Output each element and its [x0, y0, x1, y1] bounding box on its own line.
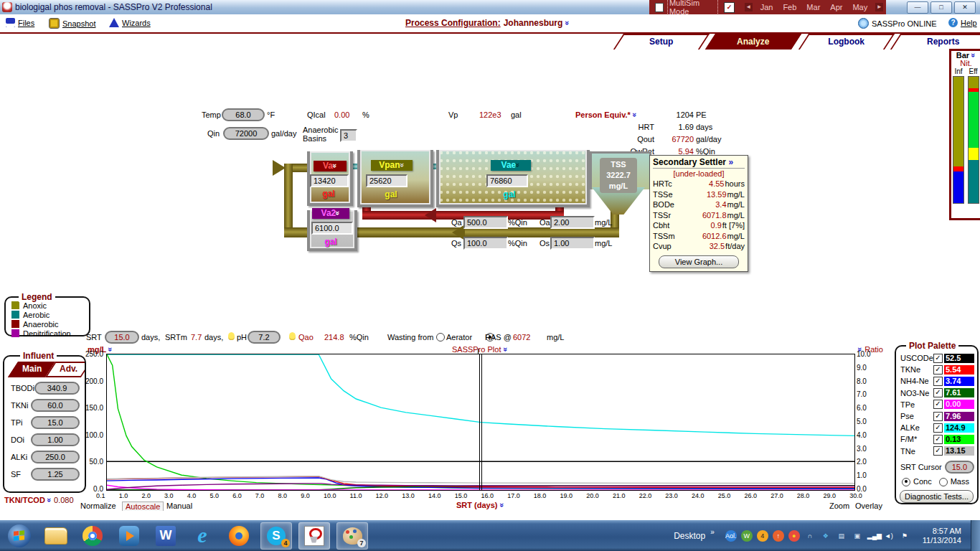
show-desktop-button[interactable]: [971, 520, 980, 551]
influent-field-input[interactable]: 250.0: [31, 451, 80, 463]
taskbar-chrome[interactable]: [77, 523, 108, 549]
plot-x-axis-dropdown[interactable]: SRT (days) »: [456, 501, 504, 509]
taskbar-sasspro[interactable]: [298, 522, 330, 550]
palette-checkbox[interactable]: ✓: [933, 435, 943, 444]
tray-icon[interactable]: ⚑: [899, 530, 910, 542]
influent-field-input[interactable]: 15.0: [31, 416, 80, 429]
palette-checkbox[interactable]: ✓: [933, 388, 943, 397]
aerator-radio[interactable]: [436, 333, 445, 342]
zoom-button[interactable]: Zoom: [829, 501, 849, 510]
tray-icon[interactable]: ●: [788, 530, 800, 542]
palette-checkbox[interactable]: ✓: [933, 412, 943, 421]
ph-field[interactable]: 7.2: [248, 331, 281, 344]
online-link[interactable]: SASSPro ONLINE: [858, 18, 936, 29]
tab-reports[interactable]: Reports: [890, 34, 980, 50]
settler-panel-title[interactable]: Secondary Settler »: [653, 157, 745, 169]
influent-field-input[interactable]: 1.00: [31, 433, 80, 446]
taskbar-explorer[interactable]: [41, 523, 71, 549]
tank-vpan-volume-field[interactable]: 25620: [366, 174, 407, 187]
srt-cursor-nub[interactable]: [478, 349, 479, 354]
diagnostic-tests-button[interactable]: Diagnostic Tests...: [900, 490, 974, 503]
qs-field[interactable]: 100.0: [463, 237, 508, 250]
month-item[interactable]: Apr: [830, 3, 842, 11]
tray-icon[interactable]: ▣: [852, 530, 863, 542]
tray-icon[interactable]: ❖: [820, 530, 831, 542]
plot-title-dropdown[interactable]: SASSPro Plot »: [452, 345, 508, 354]
desktop-toolbar[interactable]: Desktop: [674, 531, 705, 541]
month-prev-icon[interactable]: ◄: [745, 3, 753, 11]
month-item[interactable]: May: [852, 3, 867, 11]
tank-va2-label[interactable]: Va2»: [312, 208, 349, 219]
chevron-right-icon: »: [728, 157, 733, 167]
help-menu[interactable]: ? Help: [948, 18, 977, 27]
menu-wizards[interactable]: Wizards: [109, 18, 151, 27]
anaerobic-basins-stepper[interactable]: 3: [340, 129, 357, 142]
tray-icon[interactable]: ▂▄▆: [867, 530, 879, 542]
srt-cursor-field[interactable]: 15.0: [945, 461, 974, 474]
tab-setup[interactable]: Setup: [613, 34, 710, 50]
tray-icon[interactable]: ↑: [773, 530, 784, 542]
tray-icon[interactable]: 4: [757, 530, 768, 542]
normalize-button[interactable]: Normalize: [80, 501, 116, 510]
tab-analyze[interactable]: Analyze: [705, 34, 801, 50]
month-next-icon[interactable]: ►: [875, 3, 883, 11]
conc-radio[interactable]: [902, 478, 910, 486]
tank-vae-label[interactable]: Vae»: [491, 160, 531, 171]
tank-va2-volume-field[interactable]: 6100.0: [311, 222, 353, 235]
settler-row-unit: ft/day: [725, 241, 745, 252]
tank-va-volume-field[interactable]: 13420: [310, 174, 349, 187]
palette-checkbox[interactable]: ✓: [933, 354, 943, 363]
close-button[interactable]: ✕: [954, 1, 976, 14]
os-field[interactable]: 1.00: [550, 237, 595, 250]
minimize-button[interactable]: —: [907, 1, 928, 14]
multisim-checkbox[interactable]: [655, 3, 664, 12]
palette-checkbox[interactable]: ✓: [933, 365, 943, 375]
tray-icon[interactable]: ▤: [836, 530, 847, 542]
overlay-button[interactable]: Overlay: [855, 501, 882, 510]
start-button[interactable]: [4, 523, 34, 549]
influent-field-input[interactable]: 1.25: [31, 468, 80, 481]
qin-field[interactable]: 72000: [223, 127, 269, 140]
month-item[interactable]: Mar: [806, 3, 820, 11]
temp-field[interactable]: 68.0: [222, 108, 265, 121]
taskbar-skype[interactable]: S4: [260, 522, 292, 550]
taskbar-paint[interactable]: 7: [336, 522, 368, 550]
taskbar-word[interactable]: W: [151, 523, 181, 549]
plot-area[interactable]: [106, 354, 855, 491]
menu-files[interactable]: Files: [6, 18, 34, 27]
manual-button[interactable]: Manual: [166, 501, 192, 510]
taskbar-ie[interactable]: e: [187, 523, 217, 549]
palette-checkbox[interactable]: ✓: [933, 423, 943, 433]
menu-snapshot[interactable]: Snapshot: [49, 18, 95, 29]
srt-field[interactable]: 15.0: [105, 331, 139, 344]
tkn-tcod-dropdown[interactable]: TKN/TCOD » 0.080: [4, 496, 74, 504]
taskbar-media-player[interactable]: [114, 523, 144, 549]
qa-field[interactable]: 500.0: [463, 216, 508, 229]
influent-field-input[interactable]: 60.0: [31, 399, 80, 412]
restore-button[interactable]: □: [930, 1, 952, 14]
oa-field[interactable]: 2.00: [550, 216, 595, 229]
tray-icon[interactable]: ∩: [804, 530, 816, 542]
process-config-dropdown[interactable]: Process Configuration: Johannesburg »: [405, 18, 570, 28]
month-item[interactable]: Feb: [783, 3, 796, 11]
palette-checkbox[interactable]: ✓: [933, 446, 943, 456]
person-equiv-dropdown[interactable]: Person Equiv.* »: [575, 110, 637, 119]
taskbar-firefox[interactable]: [224, 523, 254, 549]
tray-icon[interactable]: W: [741, 530, 753, 542]
tray-overflow-chevron[interactable]: »: [710, 528, 715, 536]
autoscale-button[interactable]: Autoscale: [122, 501, 164, 511]
multisim-settings-icon[interactable]: ✓: [724, 2, 735, 13]
tray-icon[interactable]: Aol.: [725, 530, 737, 542]
influent-field-input[interactable]: 340.9: [34, 382, 80, 395]
mass-radio[interactable]: [939, 478, 948, 486]
month-item[interactable]: Jan: [760, 3, 773, 11]
taskbar-clock[interactable]: 8:57 AM 11/13/2014: [923, 527, 961, 545]
palette-checkbox[interactable]: ✓: [933, 400, 943, 409]
tank-vpan-label[interactable]: Vpan»: [371, 160, 413, 171]
palette-checkbox[interactable]: ✓: [933, 377, 943, 386]
tank-va-label[interactable]: Va»: [314, 161, 347, 171]
tray-icon[interactable]: ◄): [883, 530, 895, 542]
tank-vae-volume-field[interactable]: 76860: [486, 174, 528, 187]
view-graph-button[interactable]: View Graph...: [659, 255, 739, 268]
tab-logbook[interactable]: Logbook: [798, 34, 895, 50]
